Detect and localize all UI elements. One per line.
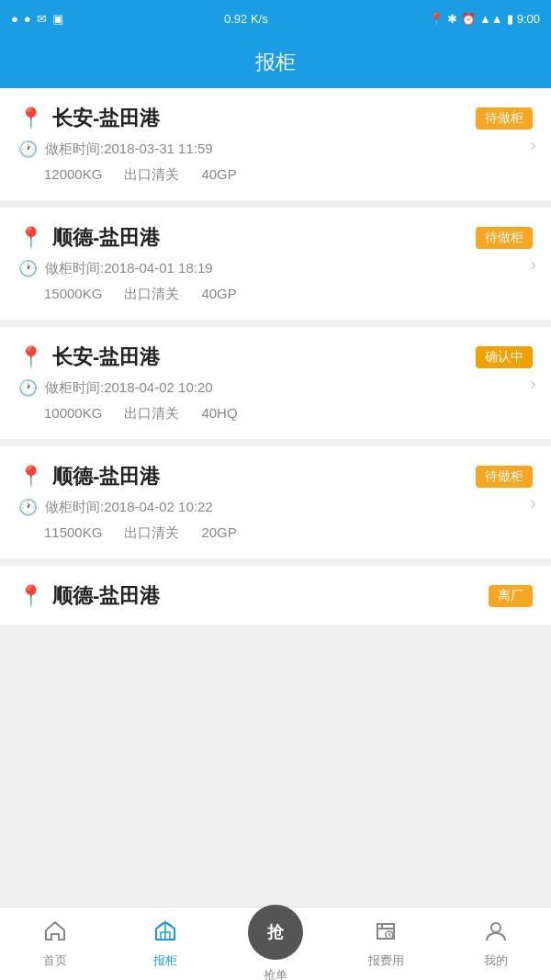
card-container: 40HQ [201,405,237,422]
location-pin-icon: 📍 [18,107,43,130]
card-route: 长安-盐田港 [52,344,160,371]
card-weight: 15000KG [44,286,102,303]
card-clearance: 出口清关 [124,405,179,422]
card-time: 做柜时间:2018-04-01 18:19 [45,260,213,277]
card-time: 做柜时间:2018-04-02 10:20 [45,379,213,397]
clock-icon: 🕐 [18,259,38,278]
mine-icon [484,919,508,949]
baogui-icon [153,919,177,949]
home-icon [43,919,67,949]
clock-icon: 🕐 [18,378,38,398]
card-list: 📍 长安-盐田港 待做柜 🕐 做柜时间:2018-03-31 11:59 120… [0,88,551,907]
status-badge: 确认中 [476,346,533,368]
card-time: 做柜时间:2018-04-02 10:22 [45,499,213,516]
list-item[interactable]: 📍 顺德-盐田港 离厂 [0,566,551,625]
alarm-icon: ⏰ [461,12,476,26]
clock-icon: 🕐 [18,140,38,159]
card-container: 20GP [201,524,236,542]
card-container: 40GP [201,286,236,303]
list-item[interactable]: 📍 长安-盐田港 确认中 🕐 做柜时间:2018-04-02 10:20 100… [0,327,551,439]
status-badge: 待做柜 [476,466,533,488]
status-right: 📍 ✱ ⏰ ▲▲ ▮ 9:00 [429,12,540,26]
nav-label-qiangdan: 抢单 [264,967,287,981]
card-time: 做柜时间:2018-03-31 11:59 [45,141,213,158]
qiangdan-button[interactable]: 抢 [248,905,303,960]
card-weight: 10000KG [44,405,102,422]
card-clearance: 出口清关 [124,286,179,303]
list-item[interactable]: 📍 顺德-盐田港 待做柜 🕐 做柜时间:2018-04-01 18:19 150… [0,208,551,320]
nav-item-qiangdan[interactable]: 抢 抢单 [220,905,331,981]
nav-label-baofei: 报费用 [368,952,404,969]
chevron-right-icon: › [530,134,536,155]
card-weight: 11500KG [44,524,102,542]
nav-label-baogui: 报柜 [153,952,177,969]
status-left: ● ● ✉ ▣ [11,12,63,26]
list-item[interactable]: 📍 长安-盐田港 待做柜 🕐 做柜时间:2018-03-31 11:59 120… [0,88,551,200]
list-item[interactable]: 📍 顺德-盐田港 待做柜 🕐 做柜时间:2018-04-02 10:22 115… [0,446,551,558]
card-container: 40GP [201,166,236,184]
card-clearance: 出口清关 [124,166,179,184]
status-badge: 待做柜 [476,227,533,249]
nav-item-home[interactable]: 首页 [0,919,110,969]
page-header: 报柜 [0,37,551,88]
signal-icon: ● [11,12,18,26]
chevron-right-icon: › [530,373,536,394]
card-weight: 12000KG [44,166,102,184]
status-speed: 0.92 K/s [224,12,268,26]
time-display: 9:00 [517,12,540,26]
mail-icon: ✉ [37,12,47,26]
location-icon: 📍 [429,12,444,26]
nav-item-mine[interactable]: 我的 [441,919,551,969]
signal-bars-icon: ▲▲ [479,12,503,26]
battery-icon: ▮ [507,12,513,26]
location-pin-icon: 📍 [18,345,43,369]
location-pin-icon: 📍 [18,226,43,250]
chevron-right-icon: › [530,492,536,513]
page-title: 报柜 [255,49,296,76]
status-bar: ● ● ✉ ▣ 0.92 K/s 📍 ✱ ⏰ ▲▲ ▮ 9:00 [0,0,551,37]
bluetooth-icon: ✱ [447,12,457,26]
status-badge: 待做柜 [476,107,533,130]
bottom-nav: 首页 报柜 抢 抢单 [0,907,551,980]
clock-icon: 🕐 [18,498,38,517]
card-route: 长安-盐田港 [52,105,160,132]
location-pin-icon: 📍 [18,584,43,608]
chevron-right-icon: › [530,253,536,275]
location-pin-icon: 📍 [18,465,43,489]
svg-point-2 [491,923,500,932]
sim-icon: ▣ [52,12,63,26]
nav-label-home: 首页 [43,952,67,969]
card-route: 顺德-盐田港 [52,463,160,490]
wifi-icon: ● [24,12,31,26]
nav-item-baogui[interactable]: 报柜 [110,919,220,969]
card-route: 顺德-盐田港 [52,582,160,610]
nav-label-mine: 我的 [484,952,508,969]
nav-item-baofei[interactable]: 报费用 [331,919,441,969]
baofei-icon [374,919,398,949]
card-route: 顺德-盐田港 [52,224,160,252]
card-clearance: 出口清关 [124,524,179,542]
status-badge: 离厂 [489,585,533,607]
qiangdan-label: 抢 [267,921,284,943]
